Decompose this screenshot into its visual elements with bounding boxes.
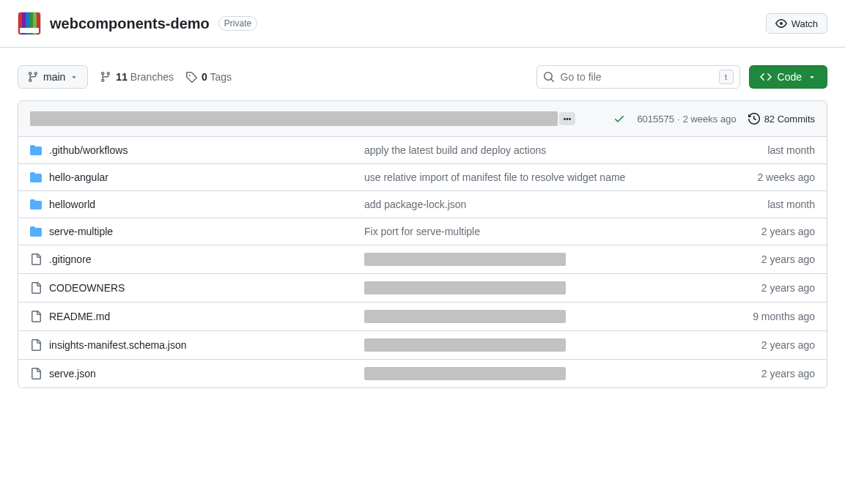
file-icon [30,282,42,294]
tag-icon [185,71,197,83]
file-name[interactable]: insights-manifest.schema.json [49,339,187,351]
branches-link[interactable]: 11 Branches [100,71,174,83]
eye-icon [775,18,787,29]
file-icon [30,311,42,322]
file-name[interactable]: .gitignore [49,253,92,265]
file-age: 2 years ago [720,368,815,379]
table-row: helloworldadd package-lock.jsonlast mont… [18,191,827,218]
repo-avatar[interactable] [18,12,41,35]
commits-label: Commits [778,114,815,125]
file-age: 2 years ago [720,282,815,294]
redacted-commit-message [364,253,566,266]
redacted-commit-message [364,367,566,380]
check-icon[interactable] [613,113,625,125]
folder-icon [30,226,42,237]
file-age: last month [720,199,815,210]
file-name[interactable]: .github/workflows [49,144,128,156]
commit-message[interactable]: Fix port for serve-multiple [364,226,480,237]
commit-sha[interactable]: 6015575 [637,114,674,125]
git-branch-icon [27,71,39,83]
search-kbd: t [719,70,734,84]
table-row: serve.json2 years ago [18,360,827,388]
latest-commit-bar: ••• 6015575 · 2 weeks ago 82 Commits [18,101,827,137]
file-icon [30,253,42,265]
file-list: ••• 6015575 · 2 weeks ago 82 Commits .gi… [18,100,827,388]
branch-picker-button[interactable]: main [18,65,88,89]
folder-icon [30,171,42,183]
code-button[interactable]: Code [749,65,827,89]
file-icon [30,368,42,379]
file-name[interactable]: helloworld [49,199,95,210]
file-toolbar: main 11 Branches 0 Tags t Code [0,65,845,89]
repo-header: webcomponents-demo Private Watch [0,0,845,48]
redacted-commit-message [364,338,566,352]
folder-icon [30,144,42,156]
file-age: last month [720,144,815,156]
branch-label: main [43,71,65,83]
commit-message[interactable]: apply the latest build and deploy action… [364,144,546,156]
table-row: .github/workflowsapply the latest build … [18,137,827,164]
visibility-badge: Private [218,16,257,31]
file-name[interactable]: serve.json [49,368,96,379]
table-row: serve-multipleFix port for serve-multipl… [18,218,827,245]
file-search[interactable]: t [536,65,740,89]
search-icon [543,71,555,83]
file-name[interactable]: CODEOWNERS [49,282,125,294]
redacted-commit-author [30,111,558,126]
commit-age: 2 weeks ago [683,114,737,125]
table-row: README.md9 months ago [18,303,827,331]
commit-message[interactable]: use relative import of manifest file to … [364,171,625,183]
file-name[interactable]: README.md [49,311,110,322]
branches-label: Branches [130,71,174,83]
table-row: .gitignore2 years ago [18,245,827,274]
table-row: insights-manifest.schema.json2 years ago [18,331,827,360]
commits-count: 82 [764,114,775,125]
watch-label: Watch [792,18,818,29]
folder-icon [30,199,42,210]
file-name[interactable]: hello-angular [49,171,108,183]
triangle-down-icon [808,73,816,81]
code-icon [760,71,772,83]
file-search-input[interactable] [561,71,713,83]
triangle-down-icon [70,73,78,81]
history-icon [748,113,760,125]
code-label: Code [778,71,802,83]
commits-link[interactable]: 82 Commits [748,113,815,125]
table-row: hello-angularuse relative import of mani… [18,164,827,191]
redacted-commit-message [364,281,566,294]
redacted-commit-message [364,310,566,323]
commit-ellipsis-button[interactable]: ••• [559,112,575,125]
tags-count: 0 [202,71,207,83]
commit-message[interactable]: add package-lock.json [364,199,466,210]
file-age: 2 years ago [720,226,815,237]
file-age: 9 months ago [720,311,815,322]
repo-name[interactable]: webcomponents-demo [50,15,210,32]
tags-link[interactable]: 0 Tags [185,71,232,83]
tags-label: Tags [210,71,232,83]
file-name[interactable]: serve-multiple [49,226,113,237]
file-icon [30,339,42,351]
watch-button[interactable]: Watch [766,13,827,34]
git-branch-icon [100,71,111,83]
file-age: 2 weeks ago [720,171,815,183]
file-age: 2 years ago [720,339,815,351]
branches-count: 11 [116,71,128,83]
table-row: CODEOWNERS2 years ago [18,274,827,303]
file-age: 2 years ago [720,253,815,265]
